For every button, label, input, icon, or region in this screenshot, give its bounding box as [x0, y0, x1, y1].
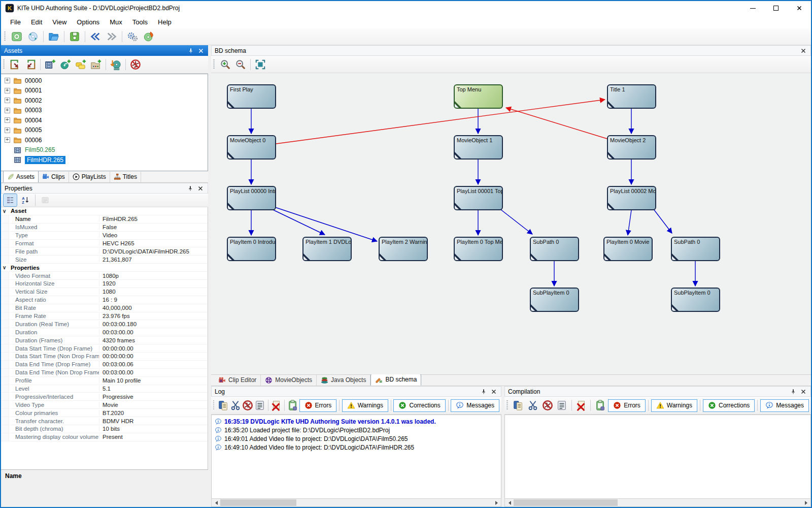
clear-compilation-button[interactable]	[574, 399, 588, 412]
compilation-corrections-toggle[interactable]: Corrections	[703, 399, 755, 412]
log-message[interactable]: 16:35:19 DVDLogic KITe UHD Authoring Sui…	[213, 417, 500, 426]
log-messages-toggle[interactable]: Messages	[451, 399, 499, 412]
tab-playlists[interactable]: PlayLists	[69, 172, 110, 182]
property-row[interactable]: Level5.1	[1, 385, 208, 393]
property-row[interactable]: IsMuxedFalse	[1, 224, 208, 232]
undo-button[interactable]	[88, 29, 103, 44]
tab-movieobjects[interactable]: MovieObjects	[261, 375, 317, 386]
property-row[interactable]: Duration (Frames)4320 frames	[1, 336, 208, 344]
cut-compilation-button[interactable]	[526, 399, 540, 412]
zoom-out-button[interactable]	[233, 58, 248, 71]
scroll-right-arrow[interactable]	[802, 499, 810, 506]
property-row[interactable]: Vertical Size1080	[1, 288, 208, 296]
schema-close-button[interactable]	[799, 47, 807, 55]
scroll-thumb[interactable]	[514, 499, 618, 506]
scroll-left-arrow[interactable]	[212, 499, 220, 506]
menu-mux[interactable]: Mux	[105, 16, 127, 28]
tree-file-row[interactable]: Film50.265	[1, 145, 208, 155]
property-row[interactable]: Size21,361,807	[1, 256, 208, 264]
menu-view[interactable]: View	[47, 16, 72, 28]
property-category[interactable]: ∨Asset	[1, 207, 208, 215]
cut-log-button[interactable]	[230, 399, 241, 412]
property-category[interactable]: ∨Properties	[1, 264, 208, 272]
tree-folder-row[interactable]: 00001	[1, 86, 208, 96]
log-message-list[interactable]: 16:35:19 DVDLogic KITe UHD Authoring Sui…	[211, 415, 501, 498]
compilation-horizontal-scrollbar[interactable]	[504, 498, 811, 507]
expand-icon[interactable]	[5, 117, 10, 123]
copy-log-button[interactable]	[218, 399, 229, 412]
tab-java-objects[interactable]: Java Objects	[317, 375, 370, 386]
property-row[interactable]: Mastering display colour volumePresent	[1, 433, 208, 441]
log-horizontal-scrollbar[interactable]	[211, 498, 501, 507]
expand-icon[interactable]	[5, 88, 10, 93]
add-clip-button[interactable]	[89, 58, 103, 71]
property-row[interactable]: Aspect ratio16 : 9	[1, 296, 208, 304]
schema-node-playitem-2-warning[interactable]: PlayItem 2 Warning	[379, 237, 428, 261]
schema-node-playitem-0-movie[interactable]: PlayItem 0 Movie	[603, 237, 653, 261]
property-row[interactable]: ProfileMain 10 profile	[1, 377, 208, 385]
expand-icon[interactable]	[5, 78, 10, 83]
property-pages-button[interactable]	[38, 194, 52, 207]
clear-log-button[interactable]	[270, 399, 282, 412]
schema-node-playitem-0-top-menu[interactable]: PlayItem 0 Top Menu	[454, 237, 503, 261]
categorized-view-button[interactable]	[3, 194, 17, 207]
menu-options[interactable]: Options	[72, 16, 105, 28]
expand-icon[interactable]	[5, 108, 10, 113]
property-row[interactable]: Transfer character.BDMV HDR	[1, 417, 208, 425]
schema-node-subpath-0-movie[interactable]: SubPath 0	[671, 237, 720, 261]
burn-button[interactable]	[141, 29, 156, 44]
tab-bd-schema[interactable]: BD schema	[370, 374, 421, 386]
compilation-message-list[interactable]	[504, 415, 811, 498]
view-compilation-button[interactable]	[555, 399, 569, 412]
zoom-in-button[interactable]	[218, 58, 232, 71]
compilation-errors-toggle[interactable]: Errors	[608, 399, 646, 412]
property-row[interactable]: Video Format1080p	[1, 272, 208, 280]
stop-button[interactable]	[128, 58, 143, 71]
minimize-button[interactable]	[741, 1, 764, 15]
schema-node-subplayitem-0-movie[interactable]: SubPlayItem 0	[671, 288, 720, 312]
schema-node-playlist-00002[interactable]: PlayList 00002 Movie	[607, 186, 656, 210]
property-row[interactable]: Video TypeMovie	[1, 401, 208, 409]
copy-compilation-button[interactable]	[512, 399, 525, 412]
property-row[interactable]: Data Start Time (Drop Frame)00:00:00.00	[1, 344, 208, 353]
log-corrections-toggle[interactable]: Corrections	[393, 399, 445, 412]
compilation-warnings-toggle[interactable]: Warnings	[651, 399, 697, 412]
disc-copy-button[interactable]	[25, 29, 41, 44]
properties-pin-button[interactable]	[186, 184, 194, 193]
demux-button[interactable]	[109, 58, 123, 71]
save-compilation-button[interactable]	[593, 399, 607, 412]
assets-pin-button[interactable]	[187, 47, 195, 55]
tab-assets[interactable]: Assets	[3, 171, 39, 182]
log-message[interactable]: 16:49:01 Added Video file to project: D:…	[213, 434, 500, 443]
property-row[interactable]: Data End Time (Drop Frame)00:03:00.06	[1, 361, 208, 369]
tab-titles[interactable]: Titles	[110, 172, 141, 182]
property-row[interactable]: FormatHEVC H265	[1, 240, 208, 248]
property-row[interactable]: Bit depth (chroma)10 bits	[1, 425, 208, 433]
property-row[interactable]: Colour primariesBT.2020	[1, 409, 208, 417]
tree-folder-row[interactable]: 00006	[1, 135, 208, 145]
log-pin-button[interactable]	[480, 388, 488, 396]
properties-close-button[interactable]	[196, 184, 205, 193]
tab-clips[interactable]: Clips	[39, 172, 69, 182]
settings-button[interactable]	[125, 29, 140, 44]
view-log-button[interactable]	[254, 399, 265, 412]
property-row[interactable]: Bit Rate40,000,000	[1, 304, 208, 312]
extract-assets-button[interactable]	[23, 58, 38, 71]
property-row[interactable]: Duration00:03:00.00	[1, 328, 208, 336]
property-row[interactable]: NameFilmHDR.265	[1, 215, 208, 224]
property-row[interactable]: Horizontal Size1920	[1, 280, 208, 288]
add-audio-button[interactable]	[58, 58, 73, 71]
property-row[interactable]: Duration (Real Time)00:03:00.180	[1, 320, 208, 328]
menu-file[interactable]: File	[5, 16, 26, 28]
tree-folder-row[interactable]: 00005	[1, 125, 208, 136]
save-log-button[interactable]	[287, 399, 298, 412]
schema-node-subplayitem-0-menu[interactable]: SubPlayItem 0	[530, 288, 579, 312]
schema-node-movieobject-2[interactable]: MovieObject 2	[607, 135, 656, 160]
alphabetical-sort-button[interactable]	[18, 194, 32, 207]
property-row[interactable]: Progressive/InterlacedProgressive	[1, 393, 208, 401]
schema-node-playlist-00000[interactable]: PlayList 00000 Introduc	[227, 186, 276, 210]
schema-node-playlist-00001[interactable]: PlayList 00001 Top Me	[454, 186, 503, 210]
schema-node-playitem-0-introduction[interactable]: PlayItem 0 Introduction	[227, 237, 276, 261]
block-log-button[interactable]	[242, 399, 253, 412]
import-assets-button[interactable]	[8, 58, 22, 71]
